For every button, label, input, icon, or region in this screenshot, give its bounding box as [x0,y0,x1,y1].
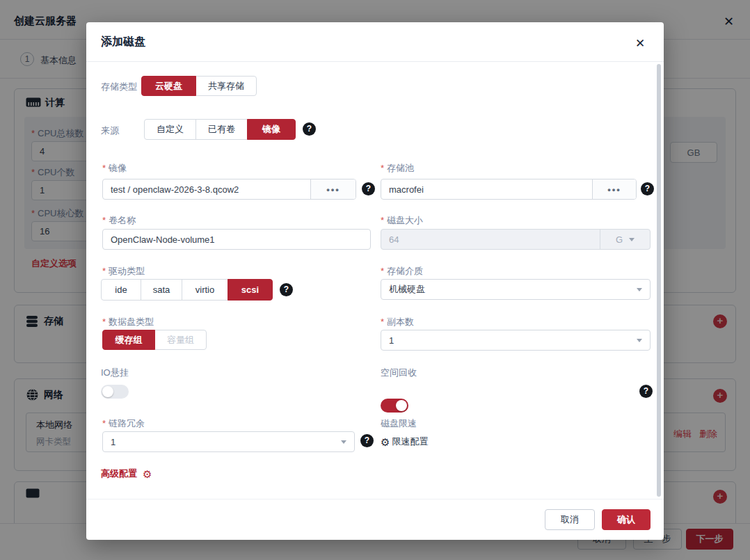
storage-pool-label-text: 存储池 [387,163,414,173]
modal-header-divider [86,61,664,62]
storage-type-label: 存储类型 [101,81,137,93]
image-help-icon[interactable]: ? [362,182,375,195]
io-suspend-toggle[interactable] [101,385,129,399]
disk-size-input-group: 64 G [381,229,651,250]
modal-close-icon[interactable]: ✕ [635,36,645,51]
required-marker: * [102,163,106,173]
chevron-down-icon [341,440,346,444]
image-browse-button[interactable]: ••• [310,179,356,199]
source-option-custom[interactable]: 自定义 [144,119,196,140]
disk-speed-limit-label: 磁盘限速 [381,417,417,430]
image-input[interactable]: test / openclaw-2026-3-8.qcow2 [103,179,310,199]
required-marker: * [381,317,384,327]
space-reclaim-toggle[interactable] [381,399,408,413]
io-suspend-label: IO悬挂 [101,367,129,379]
required-marker: * [102,317,106,327]
driver-type-label-text: 驱动类型 [109,266,145,276]
add-disk-modal: 添加磁盘 ✕ 存储类型 云硬盘 共享存储 来源 自定义 已有卷 镜像 ? *镜像… [86,22,664,540]
driver-type-help-icon[interactable]: ? [280,283,293,296]
storage-pool-help-icon[interactable]: ? [641,182,654,195]
modal-title: 添加磁盘 [101,35,145,49]
data-disk-type-label-text: 数据盘类型 [109,317,154,327]
chevron-down-icon [637,288,642,291]
modal-footer-divider [86,499,664,499]
advanced-config-text: 高级配置 [101,467,137,480]
space-reclaim-help-icon[interactable]: ? [639,385,653,398]
disk-size-unit-select: G [600,230,650,249]
disk-size-input: 64 [381,230,600,249]
required-marker: * [102,215,106,225]
volume-name-label-text: 卷名称 [109,215,136,225]
required-marker: * [102,266,106,276]
storage-medium-label-text: 存储介质 [387,266,423,276]
required-marker: * [381,163,384,173]
gear-icon: ⚙ [381,437,390,447]
image-label: *镜像 [102,162,127,175]
storage-medium-value: 机械硬盘 [389,283,637,296]
toggle-knob [102,386,113,397]
source-segment: 自定义 已有卷 镜像 [144,119,296,140]
screen: 创建云服务器 ✕ 1 基本信息 计算 *CPU总核数 4 *CPU个数 1 *C… [0,0,750,560]
data-disk-type-segment: 缓存组 容量组 [102,330,207,350]
data-disk-type-label: *数据盘类型 [102,316,154,328]
required-marker: * [102,418,106,429]
gear-icon: ⚙ [143,469,152,479]
disk-size-unit: G [616,234,623,245]
source-help-icon[interactable]: ? [303,122,316,136]
disk-size-label-text: 磁盘大小 [387,215,423,225]
link-redundancy-select[interactable]: 1 [102,431,355,452]
link-redundancy-help-icon[interactable]: ? [360,434,374,447]
driver-type-option-sata[interactable]: sata [141,279,182,301]
toggle-knob [396,400,407,411]
storage-type-option-shared[interactable]: 共享存储 [196,76,257,96]
storage-pool-input-group: macrofei ••• [381,179,637,200]
storage-pool-input[interactable]: macrofei [381,179,592,199]
link-redundancy-label: *链路冗余 [102,417,145,430]
modal-confirm-button[interactable]: 确认 [602,509,651,530]
replica-count-label-text: 副本数 [387,317,414,327]
chevron-down-icon [629,238,635,241]
data-disk-type-option-capacity-group: 容量组 [154,330,207,350]
modal-scrollbar[interactable] [657,64,661,497]
storage-pool-label: *存储池 [381,162,414,175]
replica-count-select[interactable]: 1 [381,330,651,351]
volume-name-label: *卷名称 [102,214,136,227]
storage-pool-browse-button[interactable]: ••• [592,179,636,199]
storage-type-segment: 云硬盘 共享存储 [141,76,257,96]
advanced-config-link[interactable]: 高级配置 ⚙ [101,467,152,480]
chevron-down-icon [637,339,642,342]
image-input-group: test / openclaw-2026-3-8.qcow2 ••• [102,179,356,200]
storage-medium-select[interactable]: 机械硬盘 [381,279,651,300]
required-marker: * [381,266,384,276]
storage-type-option-cloud-disk[interactable]: 云硬盘 [141,76,196,96]
required-marker: * [381,215,384,225]
replica-count-label: *副本数 [381,316,414,328]
replica-count-value: 1 [389,335,637,346]
speed-limit-config-link[interactable]: ⚙ 限速配置 [381,435,428,448]
space-reclaim-label: 空间回收 [381,367,417,379]
source-option-image[interactable]: 镜像 [247,119,296,140]
link-redundancy-value: 1 [111,437,341,447]
disk-size-label: *磁盘大小 [381,214,423,227]
source-label: 来源 [101,125,119,137]
driver-type-option-scsi[interactable]: scsi [228,279,273,301]
storage-medium-label: *存储介质 [381,265,423,278]
driver-type-option-ide[interactable]: ide [101,279,141,301]
source-option-existing-volume[interactable]: 已有卷 [196,119,248,140]
driver-type-label: *驱动类型 [102,265,145,278]
driver-type-segment: ide sata virtio scsi [101,279,273,301]
speed-limit-config-text: 限速配置 [392,435,428,448]
volume-name-input[interactable]: OpenClaw-Node-volume1 [102,229,371,250]
image-label-text: 镜像 [109,163,127,173]
driver-type-option-virtio[interactable]: virtio [182,279,228,301]
data-disk-type-option-cache-group[interactable]: 缓存组 [102,330,155,350]
modal-cancel-button[interactable]: 取消 [545,509,595,530]
link-redundancy-label-text: 链路冗余 [109,418,145,429]
